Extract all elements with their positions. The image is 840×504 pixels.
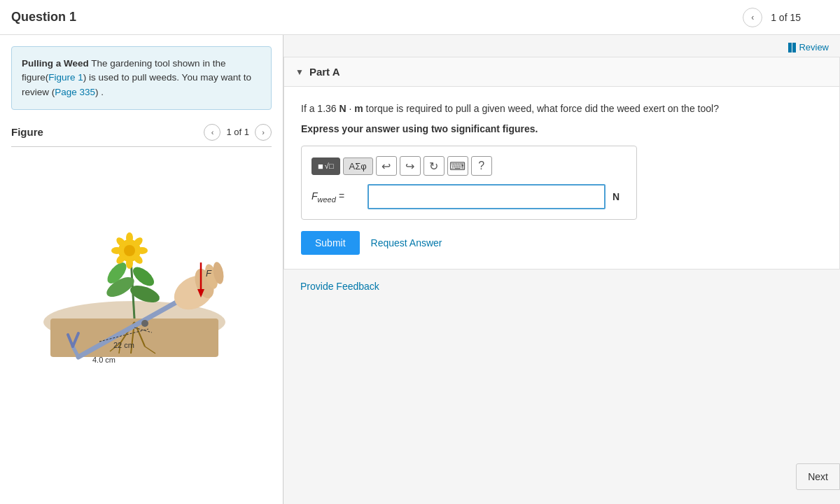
svg-point-16: [126, 258, 133, 269]
figure-count: 1 of 1: [226, 127, 249, 137]
figure-header: Figure ‹ 1 of 1 ›: [11, 124, 272, 141]
review-label: Review: [799, 42, 829, 52]
header: Question 1 ‹ 1 of 15 ›: [0, 0, 840, 35]
undo-btn[interactable]: ↩: [376, 156, 397, 176]
bookmark-icon: [788, 43, 796, 52]
svg-point-17: [111, 247, 122, 254]
figure-nav: ‹ 1 of 1 ›: [204, 124, 272, 141]
redo-btn[interactable]: ↪: [400, 156, 421, 176]
svg-text:F: F: [206, 268, 212, 279]
svg-point-18: [136, 247, 148, 254]
part-a-section: ▼ Part A If a 1.36 N · m torque is requi…: [284, 57, 840, 270]
provide-feedback-link[interactable]: Provide Feedback: [300, 281, 823, 292]
header-right: ‹ 1 of 15 ›: [743, 8, 829, 27]
figure-link[interactable]: Figure 1: [48, 72, 83, 83]
context-bold: Pulling a Weed: [22, 58, 89, 69]
help-btn[interactable]: ?: [471, 156, 492, 176]
figure-section: Figure ‹ 1 of 1 ›: [11, 124, 272, 364]
figure-divider: [11, 146, 272, 147]
instruction-text: Express your answer using two significan…: [301, 123, 822, 134]
context-box: Pulling a Weed The gardening tool shown …: [11, 46, 272, 110]
context-text3: ) .: [95, 87, 104, 97]
prev-nav-button[interactable]: ‹: [743, 8, 762, 27]
input-row: Fweed = N: [312, 184, 626, 209]
svg-text:4.0 cm: 4.0 cm: [92, 356, 115, 364]
answer-input[interactable]: [368, 184, 606, 209]
next-button[interactable]: Next: [796, 463, 840, 490]
keyboard-btn[interactable]: ⌨: [447, 156, 468, 176]
figure-svg: 22 cm 4.0 cm F: [15, 154, 267, 364]
page-title: Question 1: [11, 10, 76, 24]
question-text: If a 1.36 N · m torque is required to pu…: [301, 101, 822, 116]
svg-point-15: [126, 232, 133, 244]
request-answer-link[interactable]: Request Answer: [371, 237, 442, 248]
formula-label: Fweed =: [312, 190, 360, 204]
answer-box: ■ √□ ΑΣφ ↩ ↪ ↻ ⌨ ? Fweed: [301, 146, 637, 220]
submit-button[interactable]: Submit: [301, 231, 360, 255]
main-layout: Pulling a Weed The gardening tool shown …: [0, 35, 840, 504]
page-count: 1 of 15: [771, 12, 801, 23]
svg-point-24: [141, 320, 148, 327]
review-link-container: Review: [284, 35, 840, 57]
part-a-header[interactable]: ▼ Part A: [284, 57, 839, 87]
page-link[interactable]: Page 335: [55, 87, 95, 97]
refresh-btn[interactable]: ↻: [424, 156, 444, 176]
figure-image: 22 cm 4.0 cm F: [11, 154, 272, 364]
action-row: Submit Request Answer: [301, 231, 822, 255]
figure-title: Figure: [11, 126, 43, 138]
toolbar: ■ √□ ΑΣφ ↩ ↪ ↻ ⌨ ?: [312, 156, 626, 176]
figure-next-btn[interactable]: ›: [255, 124, 272, 141]
part-a-content: If a 1.36 N · m torque is required to pu…: [284, 87, 839, 269]
part-a-title: Part A: [309, 66, 340, 78]
svg-point-14: [124, 245, 135, 256]
svg-point-12: [130, 263, 157, 289]
right-panel: Review ▼ Part A If a 1.36 N · m torque i…: [284, 35, 840, 504]
review-link[interactable]: Review: [788, 42, 829, 52]
left-panel: Pulling a Weed The gardening tool shown …: [0, 35, 284, 504]
greek-btn[interactable]: ΑΣφ: [343, 158, 373, 175]
part-arrow-icon: ▼: [295, 67, 304, 77]
symbol-btn[interactable]: ■ √□: [312, 158, 340, 175]
unit-label: N: [612, 191, 626, 202]
figure-prev-btn[interactable]: ‹: [204, 124, 220, 141]
svg-text:22 cm: 22 cm: [113, 341, 134, 349]
